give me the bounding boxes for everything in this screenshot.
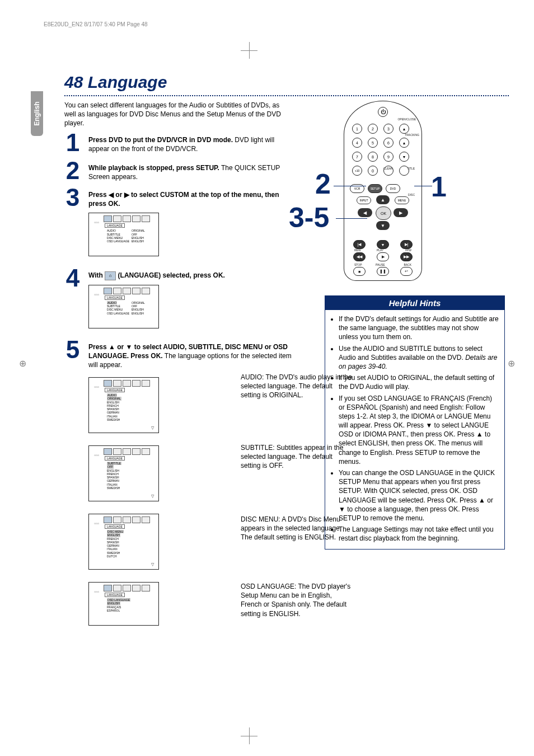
ok-button: OK <box>376 206 391 220</box>
remote-deco-icon: ⊙⊙⊙ <box>91 454 102 457</box>
play-icon: ▶ <box>377 252 389 261</box>
dpad-up-icon: ▲ <box>376 195 390 204</box>
num-8: 8 <box>368 152 378 162</box>
pause-icon: ❚❚ <box>377 267 389 276</box>
ffw-icon: ▶▶ <box>400 252 413 261</box>
scroll-down-icon: ▽ <box>151 426 154 430</box>
osd-rows: AUDIOORIGINAL SUBTITLEOFF DISC MENUENGLI… <box>107 301 156 315</box>
remote-deco-icon: ⊙⊙⊙ <box>91 293 102 296</box>
step-4: 4 With ⌂ (LANGUAGE) selected, press OK. … <box>63 271 292 328</box>
step-number: 3 <box>63 184 83 212</box>
dpad-down-icon: ▼ <box>376 221 390 230</box>
dpad: INPUT MENU ▲ ▼ ◀ ▶ OK <box>358 195 408 234</box>
osd-osdlanguage: ⊙⊙⊙ LANGUAGE OSD LANGUAGE ENGLISH FRANÇA… <box>63 577 159 626</box>
dvd-button: DVD <box>386 184 400 193</box>
input-button: INPUT <box>357 196 371 204</box>
osd-tab-label: LANGUAGE <box>105 223 125 228</box>
remote-diagram: ⏻ OPEN/CLOSE 1 2 3 ▲ 4 5 6 ▲ 7 8 9 ▼ +10… <box>344 101 422 281</box>
osd-audio: ⊙⊙⊙ LANGUAGE AUDIO ORIGINAL ENGLISH FREN… <box>63 373 159 433</box>
remote-deco-icon: ⊙⊙⊙ <box>91 386 102 388</box>
down-icon: ▼ <box>377 240 389 249</box>
step-number: 5 <box>63 336 83 364</box>
next-icon: ▶| <box>400 240 413 249</box>
num-4: 4 <box>352 138 362 148</box>
tracking-down-icon: ▼ <box>399 152 409 162</box>
hint-item: The Language Settings may not take effec… <box>339 525 499 543</box>
num-3: 3 <box>383 124 394 134</box>
callout-line <box>334 186 366 186</box>
intro-text: You can select different languages for t… <box>64 101 288 128</box>
dpad-right-icon: ▶ <box>394 208 408 217</box>
remote-deco-icon: ⊙⊙⊙ <box>91 221 102 224</box>
tracking-up-icon: ▲ <box>399 138 409 148</box>
step-2: 2 While playback is stopped, press SETUP… <box>63 163 292 181</box>
osd-tab-label: LANGUAGE <box>105 388 125 392</box>
callout-2: 2 <box>315 168 331 200</box>
callout-35: 3-5 <box>289 201 329 234</box>
num-0: 0 <box>368 166 378 176</box>
osd-discmenu: ⊙⊙⊙ LANGUAGE DISC MENU ENGLISH FRENCH SP… <box>63 509 159 570</box>
crop-mark-icon <box>241 42 257 59</box>
hint-item: If you set OSD LANGUAGE to FRANÇAIS (Fre… <box>339 394 499 467</box>
setup-button: SETUP <box>368 184 382 193</box>
step-number: 1 <box>63 129 83 157</box>
callout-1: 1 <box>431 171 447 203</box>
print-header: E8E20UD_EN2 8/17/07 5:40 PM Page 48 <box>44 21 148 27</box>
step-3: 3 Press ◀ or ▶ to select CUSTOM at the t… <box>63 190 292 256</box>
hint-item: Use the AUDIO and SUBTITLE buttons to se… <box>339 344 499 372</box>
osd-subtitle: ⊙⊙⊙ LANGUAGE SUBTITLE OFF ENGLISH FRENCH… <box>63 441 159 501</box>
num-7: 7 <box>352 152 362 162</box>
hint-item: If the DVD's default settings for Audio … <box>339 314 499 342</box>
osd-tab-label: LANGUAGE <box>105 456 125 461</box>
margin-arrow-icon: ⊕ <box>508 358 515 369</box>
power-icon: ⏻ <box>378 107 388 117</box>
label-tracking: TRACKING <box>405 134 419 137</box>
desc-osdlang: OSD LANGUAGE: The DVD player's Setup Men… <box>241 582 353 618</box>
scroll-down-icon: ▽ <box>151 494 154 499</box>
crop-mark-icon <box>241 727 257 744</box>
num-6: 6 <box>383 138 394 148</box>
label-rew: REW <box>354 249 361 252</box>
menu-button: MENU <box>395 196 409 204</box>
osd-rows: AUDIOORIGINAL SUBTITLEOFF DISC MENUENGLI… <box>107 229 156 243</box>
osd-tab-label: LANGUAGE <box>105 524 125 529</box>
label-back: BACK <box>404 264 411 266</box>
callout-line <box>414 186 432 186</box>
label-ffw: FFW <box>405 249 411 252</box>
remote-deco-icon: ⊙⊙⊙ <box>91 522 102 525</box>
hint-item: You can change the OSD LANGUAGE in the Q… <box>339 468 499 523</box>
num-9: 9 <box>383 152 394 162</box>
num-5: 5 <box>368 138 378 148</box>
osd-screenshot: ⊙⊙⊙ LANGUAGE AUDIOORIGINAL SUBTITLEOFF D… <box>88 285 159 328</box>
osd-tab-label: LANGUAGE <box>105 593 125 597</box>
osd-screenshot: ⊙⊙⊙ LANGUAGE AUDIOORIGINAL SUBTITLEOFF D… <box>88 213 159 256</box>
num-plus10: +10 <box>352 166 362 176</box>
back-icon: ↩ <box>400 267 413 276</box>
scroll-down-icon: ▽ <box>151 562 154 567</box>
prev-icon: |◀ <box>353 240 366 249</box>
rew-icon: ◀◀ <box>353 252 366 261</box>
numpad: 1 2 3 ▲ 4 5 6 ▲ 7 8 9 ▼ +10 0 <box>352 124 410 177</box>
dpad-left-icon: ◀ <box>358 208 372 217</box>
remote-deco-icon: ⊙⊙⊙ <box>91 590 102 593</box>
margin-arrow-icon: ⊕ <box>19 358 26 369</box>
osd-tab-label: LANGUAGE <box>105 295 125 300</box>
divider <box>64 95 509 96</box>
language-icon: ⌂ <box>105 271 116 280</box>
label-title: TITLE <box>407 167 415 170</box>
step-number: 4 <box>63 264 83 292</box>
label-disc: DISC <box>408 194 415 196</box>
eject-icon: ▲ <box>399 124 409 134</box>
step-number: 2 <box>63 157 83 185</box>
stop-icon: ■ <box>353 267 366 276</box>
step-1: 1 Press DVD to put the DVD/VCR in DVD mo… <box>63 135 292 153</box>
label-pause: PAUSE <box>376 264 385 266</box>
label-play: PLAY <box>377 249 383 252</box>
callout-line <box>336 218 367 219</box>
language-tab: English <box>31 91 43 136</box>
helpful-hints-box: Helpful Hints If the DVD's default setti… <box>325 295 505 550</box>
label-clear: CLEAR <box>383 167 393 170</box>
page-title: 48 Language <box>64 73 167 92</box>
num-1: 1 <box>352 124 362 134</box>
label-stop: STOP <box>354 264 362 266</box>
